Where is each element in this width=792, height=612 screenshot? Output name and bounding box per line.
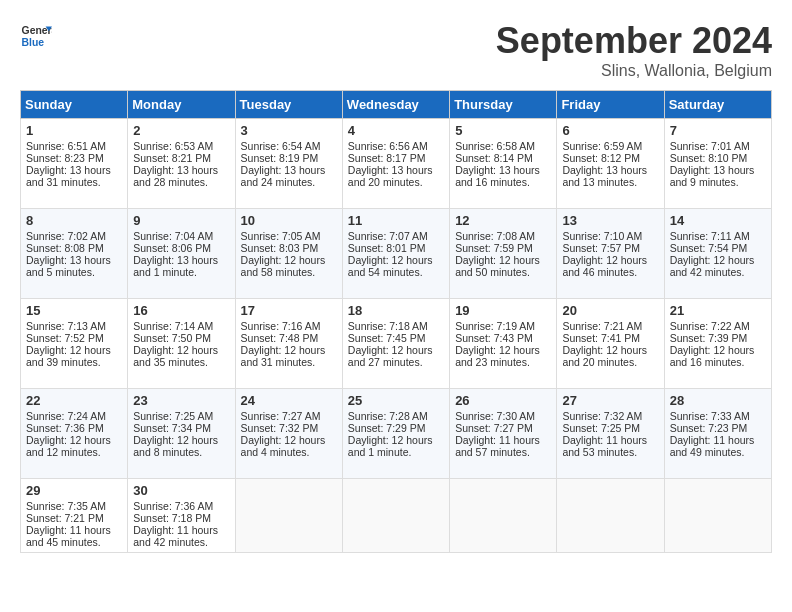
calendar-cell [342,479,449,553]
calendar-week-row: 8Sunrise: 7:02 AMSunset: 8:08 PMDaylight… [21,209,772,299]
day-info: Daylight: 12 hours [241,254,337,266]
day-info: Sunset: 7:59 PM [455,242,551,254]
day-info: Daylight: 13 hours [133,254,229,266]
day-info: Daylight: 12 hours [26,434,122,446]
day-info: and 13 minutes. [562,176,658,188]
day-number: 3 [241,123,337,138]
calendar-cell: 24Sunrise: 7:27 AMSunset: 7:32 PMDayligh… [235,389,342,479]
day-info: Sunset: 8:01 PM [348,242,444,254]
day-info: Sunrise: 7:30 AM [455,410,551,422]
day-info: Sunrise: 7:02 AM [26,230,122,242]
day-info: Sunset: 8:12 PM [562,152,658,164]
day-info: Daylight: 12 hours [26,344,122,356]
calendar-cell: 7Sunrise: 7:01 AMSunset: 8:10 PMDaylight… [664,119,771,209]
day-info: Daylight: 12 hours [133,344,229,356]
day-info: Sunset: 7:48 PM [241,332,337,344]
day-info: Sunset: 8:14 PM [455,152,551,164]
day-number: 4 [348,123,444,138]
day-info: and 16 minutes. [670,356,766,368]
day-number: 28 [670,393,766,408]
day-info: Daylight: 13 hours [562,164,658,176]
calendar-cell [235,479,342,553]
day-of-week-header: Monday [128,91,235,119]
calendar-cell: 18Sunrise: 7:18 AMSunset: 7:45 PMDayligh… [342,299,449,389]
calendar-cell: 28Sunrise: 7:33 AMSunset: 7:23 PMDayligh… [664,389,771,479]
day-info: Daylight: 13 hours [455,164,551,176]
day-info: Daylight: 13 hours [26,164,122,176]
calendar-cell: 25Sunrise: 7:28 AMSunset: 7:29 PMDayligh… [342,389,449,479]
day-info: and 9 minutes. [670,176,766,188]
calendar-week-row: 15Sunrise: 7:13 AMSunset: 7:52 PMDayligh… [21,299,772,389]
day-info: Daylight: 11 hours [133,524,229,536]
calendar-cell: 22Sunrise: 7:24 AMSunset: 7:36 PMDayligh… [21,389,128,479]
day-info: Sunset: 8:10 PM [670,152,766,164]
day-info: and 42 minutes. [670,266,766,278]
day-info: Sunrise: 7:36 AM [133,500,229,512]
day-info: Daylight: 13 hours [241,164,337,176]
calendar-cell [557,479,664,553]
calendar-cell: 13Sunrise: 7:10 AMSunset: 7:57 PMDayligh… [557,209,664,299]
day-info: Sunrise: 7:25 AM [133,410,229,422]
day-info: Sunrise: 7:18 AM [348,320,444,332]
day-info: Sunrise: 6:53 AM [133,140,229,152]
day-info: and 50 minutes. [455,266,551,278]
calendar-cell: 27Sunrise: 7:32 AMSunset: 7:25 PMDayligh… [557,389,664,479]
day-info: Daylight: 12 hours [348,344,444,356]
calendar-cell: 3Sunrise: 6:54 AMSunset: 8:19 PMDaylight… [235,119,342,209]
day-number: 11 [348,213,444,228]
calendar-cell: 30Sunrise: 7:36 AMSunset: 7:18 PMDayligh… [128,479,235,553]
day-number: 10 [241,213,337,228]
day-info: Sunrise: 7:13 AM [26,320,122,332]
day-info: Sunrise: 7:05 AM [241,230,337,242]
day-info: Daylight: 11 hours [26,524,122,536]
day-info: Sunset: 7:41 PM [562,332,658,344]
day-info: Daylight: 12 hours [133,434,229,446]
day-of-week-header: Tuesday [235,91,342,119]
day-info: Sunrise: 7:01 AM [670,140,766,152]
day-info: Sunrise: 7:21 AM [562,320,658,332]
calendar-cell: 8Sunrise: 7:02 AMSunset: 8:08 PMDaylight… [21,209,128,299]
day-info: Sunrise: 6:59 AM [562,140,658,152]
month-title: September 2024 [496,20,772,62]
day-info: Daylight: 13 hours [133,164,229,176]
calendar-cell: 21Sunrise: 7:22 AMSunset: 7:39 PMDayligh… [664,299,771,389]
day-number: 15 [26,303,122,318]
day-info: Sunset: 8:23 PM [26,152,122,164]
day-info: and 28 minutes. [133,176,229,188]
day-info: Sunset: 7:32 PM [241,422,337,434]
calendar-cell: 2Sunrise: 6:53 AMSunset: 8:21 PMDaylight… [128,119,235,209]
calendar-cell [664,479,771,553]
day-info: Sunset: 7:50 PM [133,332,229,344]
day-info: Sunset: 8:17 PM [348,152,444,164]
day-info: Sunrise: 7:04 AM [133,230,229,242]
day-info: and 42 minutes. [133,536,229,548]
day-info: and 39 minutes. [26,356,122,368]
day-info: Daylight: 12 hours [348,254,444,266]
day-info: Sunrise: 7:27 AM [241,410,337,422]
calendar-week-row: 22Sunrise: 7:24 AMSunset: 7:36 PMDayligh… [21,389,772,479]
day-info: Sunset: 8:08 PM [26,242,122,254]
day-info: and 5 minutes. [26,266,122,278]
day-info: Sunset: 8:19 PM [241,152,337,164]
day-info: Sunset: 7:21 PM [26,512,122,524]
day-info: Daylight: 12 hours [562,344,658,356]
day-number: 16 [133,303,229,318]
day-number: 29 [26,483,122,498]
calendar-cell: 12Sunrise: 7:08 AMSunset: 7:59 PMDayligh… [450,209,557,299]
day-number: 17 [241,303,337,318]
day-info: Sunset: 7:52 PM [26,332,122,344]
calendar-cell: 15Sunrise: 7:13 AMSunset: 7:52 PMDayligh… [21,299,128,389]
day-info: Daylight: 11 hours [562,434,658,446]
day-info: Daylight: 12 hours [455,254,551,266]
calendar-cell: 17Sunrise: 7:16 AMSunset: 7:48 PMDayligh… [235,299,342,389]
day-number: 26 [455,393,551,408]
day-info: Sunset: 7:36 PM [26,422,122,434]
day-info: Sunset: 8:03 PM [241,242,337,254]
day-info: Daylight: 12 hours [455,344,551,356]
svg-text:Blue: Blue [22,37,45,48]
calendar-cell: 11Sunrise: 7:07 AMSunset: 8:01 PMDayligh… [342,209,449,299]
day-info: Sunrise: 6:54 AM [241,140,337,152]
day-info: and 24 minutes. [241,176,337,188]
day-info: Daylight: 12 hours [348,434,444,446]
day-number: 6 [562,123,658,138]
